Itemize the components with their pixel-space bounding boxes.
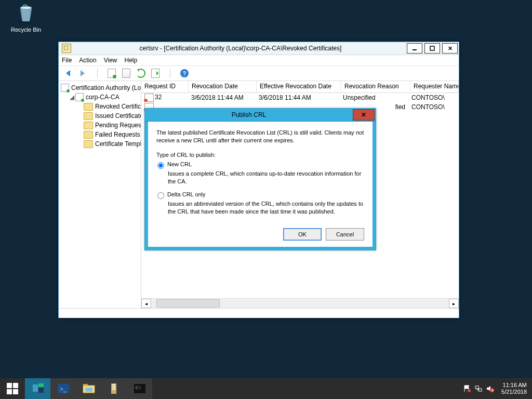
tree-failed[interactable]: Failed Requests: [59, 130, 141, 139]
radio-delta-crl-label: Delta CRL only: [167, 191, 206, 197]
tree-item-label: Certificate Templates: [95, 140, 141, 148]
dialog-titlebar[interactable]: Publish CRL ✕: [145, 109, 376, 122]
help-button[interactable]: ?: [178, 67, 191, 79]
crl-type-label: Type of CRL to publish:: [156, 152, 364, 158]
svg-text:C:\: C:\: [136, 385, 141, 390]
tree-pending[interactable]: Pending Requests: [59, 121, 141, 130]
radio-new-crl-desc: Issues a complete CRL, which contains up…: [168, 170, 364, 185]
dialog-close-button[interactable]: ✕: [353, 109, 375, 121]
time: 11:16 AM: [501, 382, 527, 389]
folder-icon: [84, 131, 93, 139]
folder-icon: [84, 122, 93, 129]
close-button[interactable]: ✕: [442, 43, 458, 54]
scroll-track[interactable]: [151, 299, 449, 308]
export-button[interactable]: [149, 67, 162, 79]
col-effective-date[interactable]: Effective Revocation Date: [257, 81, 341, 92]
dialog-title: Publish CRL: [145, 111, 353, 118]
tree-root-label: Certification Authority (Local): [71, 84, 141, 91]
tree-ca[interactable]: ◢corp-CA-CA: [59, 92, 141, 102]
cell: CONTOSO\: [408, 103, 456, 111]
tree-revoked[interactable]: Revoked Certificates: [59, 102, 141, 111]
scroll-right-button[interactable]: ▸: [449, 299, 459, 308]
svg-rect-14: [112, 387, 115, 388]
svg-rect-3: [430, 46, 434, 50]
tree-item-label: Revoked Certificates: [95, 103, 141, 110]
flag-icon[interactable]: [463, 384, 471, 393]
ok-button[interactable]: OK: [283, 228, 322, 241]
cell: 3/6/2018 11:44 AM: [188, 94, 256, 101]
cancel-button[interactable]: Cancel: [326, 228, 364, 241]
desktop: Recycle Bin certsrv - [Certification Aut…: [0, 0, 532, 399]
revoked-cert-icon: [144, 94, 154, 102]
radio-new-crl-input[interactable]: [157, 162, 164, 169]
cell: 3/6/2018 11:44 AM: [256, 94, 340, 101]
radio-delta-crl[interactable]: Delta CRL only: [157, 191, 364, 199]
start-button[interactable]: [0, 378, 25, 399]
cell: Unspecified: [340, 94, 408, 101]
col-reason[interactable]: Revocation Reason: [341, 81, 410, 92]
svg-rect-10: [83, 384, 88, 386]
tree-templates[interactable]: Certificate Templates: [59, 139, 141, 149]
sound-icon[interactable]: ✕: [486, 384, 494, 393]
col-request-id[interactable]: Request ID: [141, 81, 189, 92]
recycle-bin[interactable]: Recycle Bin: [8, 3, 44, 33]
menu-help[interactable]: Help: [125, 57, 138, 64]
svg-rect-15: [112, 389, 115, 390]
tree-item-label: Pending Requests: [95, 122, 141, 129]
tree-issued[interactable]: Issued Certificates: [59, 111, 141, 121]
maximize-button[interactable]: [424, 43, 440, 54]
forward-button[interactable]: [76, 67, 89, 79]
menu-view[interactable]: View: [104, 57, 117, 64]
refresh-button[interactable]: [135, 67, 147, 79]
menubar: File Action View Help: [59, 55, 459, 66]
cell: 32: [155, 94, 162, 101]
table-row[interactable]: 32 3/6/2018 11:44 AM 3/6/2018 11:44 AM U…: [141, 93, 459, 102]
recycle-bin-label: Recycle Bin: [8, 26, 44, 33]
network-icon[interactable]: [474, 384, 483, 393]
svg-point-1: [20, 6, 32, 9]
radio-new-crl-label: New CRL: [167, 161, 192, 167]
tree-pane[interactable]: Certification Authority (Local) ◢corp-CA…: [59, 81, 141, 308]
dialog-message: The latest published Certificate Revocat…: [156, 129, 364, 144]
svg-rect-4: [33, 384, 38, 392]
up-button[interactable]: [105, 67, 118, 79]
scroll-thumb[interactable]: [156, 299, 220, 308]
clock[interactable]: 11:16 AM 5/21/2018: [497, 382, 531, 395]
scroll-left-button[interactable]: ◂: [141, 299, 151, 308]
col-revocation-date[interactable]: Revocation Date: [189, 81, 257, 92]
server-manager-icon: [31, 382, 45, 395]
task-cmd[interactable]: C:\: [127, 378, 152, 399]
ca-root-icon: [61, 84, 69, 92]
tree-ca-label: corp-CA-CA: [86, 94, 119, 101]
date: 5/21/2018: [501, 389, 527, 395]
horizontal-scrollbar[interactable]: ◂ ▸: [141, 298, 459, 308]
svg-rect-5: [38, 388, 44, 393]
task-explorer[interactable]: [76, 378, 101, 399]
collapse-icon[interactable]: ◢: [69, 94, 74, 101]
folder-icon: [84, 140, 93, 148]
back-button[interactable]: [62, 67, 74, 79]
task-server-manager[interactable]: [25, 378, 50, 399]
recycle-bin-icon: [15, 3, 37, 24]
menu-action[interactable]: Action: [79, 57, 96, 64]
properties-button[interactable]: [120, 67, 132, 79]
minimize-button[interactable]: [407, 43, 422, 54]
tree-item-label: Failed Requests: [95, 131, 140, 138]
menu-file[interactable]: File: [62, 57, 72, 64]
task-certsrv[interactable]: [101, 378, 127, 399]
publish-crl-dialog: Publish CRL ✕ The latest published Certi…: [144, 108, 376, 250]
toolbar-sep2: [164, 67, 176, 79]
certsrv-icon: [108, 382, 121, 395]
folder-icon: [84, 103, 93, 111]
tree-root[interactable]: Certification Authority (Local): [59, 83, 141, 92]
task-powershell[interactable]: >_: [50, 378, 76, 399]
toolbar: ?: [59, 66, 459, 81]
radio-new-crl[interactable]: New CRL: [157, 161, 364, 169]
windows-logo-icon: [7, 383, 18, 394]
titlebar[interactable]: certsrv - [Certification Authority (Loca…: [59, 42, 459, 55]
app-icon: [62, 44, 71, 53]
radio-delta-crl-input[interactable]: [157, 192, 164, 199]
ca-icon: [75, 93, 84, 101]
svg-rect-11: [85, 388, 92, 392]
col-requester[interactable]: Requester Name: [410, 81, 459, 92]
